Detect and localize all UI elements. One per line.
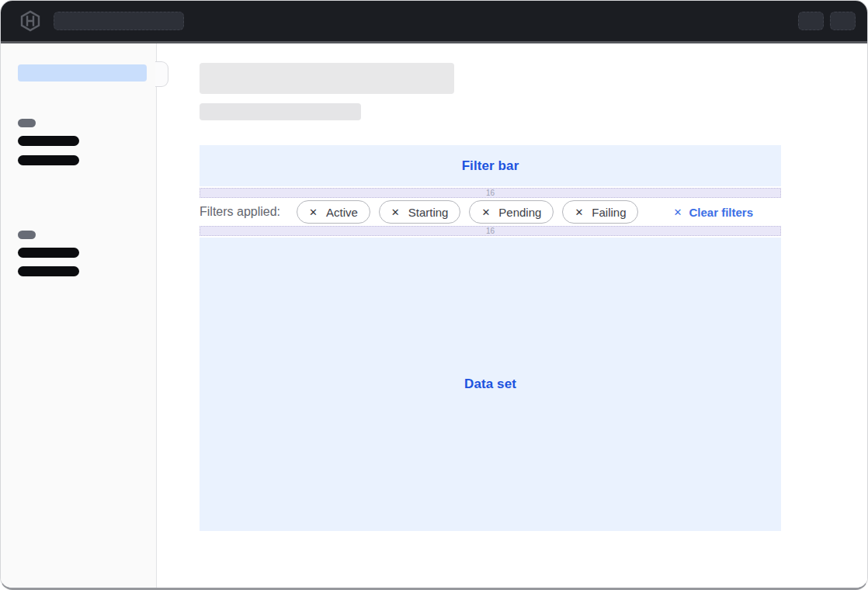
remove-icon: ✕ bbox=[575, 206, 583, 218]
body-row: Filter bar 16 Filters applied: ✕ Active … bbox=[1, 43, 867, 588]
filter-tag-failing[interactable]: ✕ Failing bbox=[562, 200, 638, 224]
filter-tag-starting[interactable]: ✕ Starting bbox=[379, 200, 461, 224]
data-set-region: Data set bbox=[200, 238, 781, 531]
topbar-action-placeholder-1[interactable] bbox=[798, 12, 824, 30]
filter-tag-label: Starting bbox=[408, 206, 449, 219]
topbar-action-placeholder-2[interactable] bbox=[830, 12, 856, 30]
spacing-annotation-16: 16 bbox=[200, 226, 781, 236]
hashicorp-logo-icon bbox=[19, 10, 41, 32]
filter-tag-label: Pending bbox=[498, 206, 541, 219]
top-nav-bar bbox=[1, 1, 867, 43]
sidebar-item-placeholder[interactable] bbox=[18, 136, 79, 146]
main-content: Filter bar 16 Filters applied: ✕ Active … bbox=[157, 43, 867, 588]
spacing-value: 16 bbox=[486, 189, 495, 197]
filter-tag-pending[interactable]: ✕ Pending bbox=[469, 200, 554, 224]
sidebar-selected-item-placeholder[interactable] bbox=[18, 64, 147, 82]
spacing-annotation-16: 16 bbox=[200, 188, 781, 198]
nav-search-placeholder[interactable] bbox=[54, 12, 184, 30]
remove-icon: ✕ bbox=[391, 206, 400, 218]
clear-filters-label: Clear filters bbox=[689, 206, 753, 219]
filter-tag-label: Failing bbox=[592, 206, 626, 219]
applied-filters-row: Filters applied: ✕ Active ✕ Starting ✕ P… bbox=[200, 200, 781, 224]
filter-bar-region-label: Filter bar bbox=[462, 158, 519, 174]
sidebar-section-label-placeholder bbox=[18, 119, 36, 127]
filter-demo-stack: Filter bar 16 Filters applied: ✕ Active … bbox=[200, 145, 781, 531]
filter-tag-active[interactable]: ✕ Active bbox=[297, 200, 370, 224]
app-window: Filter bar 16 Filters applied: ✕ Active … bbox=[0, 0, 868, 590]
topbar-actions bbox=[798, 12, 856, 30]
page-subtitle-placeholder bbox=[200, 103, 361, 120]
sidebar-section-label-placeholder bbox=[18, 231, 36, 239]
filters-applied-label: Filters applied: bbox=[200, 205, 280, 219]
clear-icon: ✕ bbox=[674, 206, 682, 218]
page-title-placeholder bbox=[200, 63, 454, 94]
sidebar-item-placeholder[interactable] bbox=[18, 155, 79, 165]
clear-filters-link[interactable]: ✕ Clear filters bbox=[674, 206, 753, 219]
sidebar-item-placeholder[interactable] bbox=[18, 248, 79, 258]
sidebar-item-placeholder[interactable] bbox=[18, 266, 79, 276]
remove-icon: ✕ bbox=[309, 206, 318, 218]
filter-tag-label: Active bbox=[326, 206, 358, 219]
data-set-region-label: Data set bbox=[464, 377, 516, 392]
filter-bar-region: Filter bar bbox=[200, 145, 781, 186]
sidebar-collapse-handle[interactable] bbox=[155, 61, 168, 87]
sidebar bbox=[1, 43, 157, 588]
remove-icon: ✕ bbox=[481, 206, 490, 218]
spacing-value: 16 bbox=[486, 227, 495, 235]
